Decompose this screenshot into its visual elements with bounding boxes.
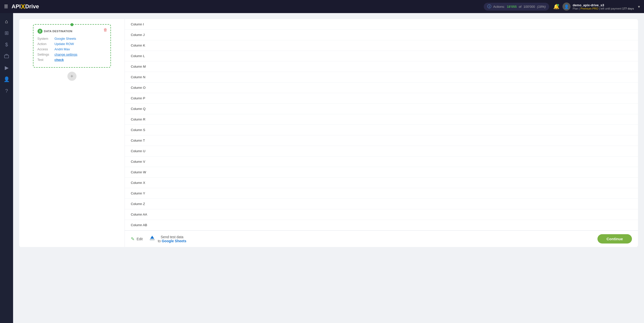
list-item: Column I [125,19,638,30]
list-item: Column AA [125,209,638,220]
list-item: Column L [125,51,638,61]
card-row-system: System Google Sheets [37,37,106,41]
workflow-area: 3 DATA DESTINATION 🗑 System Google Sheet… [19,19,638,247]
card-row-test: Test check [37,58,106,62]
sidebar-item-help[interactable]: ? [1,86,12,96]
user-name: demo_apix-drive_s3 [573,3,634,7]
sidebar-item-home[interactable]: ⌂ [1,16,12,27]
list-item: Column U [125,146,638,156]
action-value: Update ROW [55,42,74,46]
svg-marker-2 [150,236,154,239]
edit-button[interactable]: ✎ Edit [131,236,143,242]
right-panel: Column IColumn JColumn KColumn LColumn M… [125,19,638,247]
actions-total: 100'000 [524,5,535,9]
access-value: Andrii Mav [55,47,70,51]
actions-percent: (18%) [537,5,546,9]
system-value: Google Sheets [55,37,76,41]
list-item: Column Q [125,104,638,114]
card-row-access: Access Andrii Mav [37,47,106,51]
info-icon: ⓘ [487,4,491,9]
list-item: Column AB [125,220,638,230]
user-avatar: 👤 [562,3,571,11]
actions-badge: ⓘ Actions: 18'055 of 100'000 (18%) [484,3,549,11]
settings-value[interactable]: change settings [55,53,77,56]
topnav: ☰ APIXDrive ⓘ Actions: 18'055 of 100'000… [0,0,644,13]
continue-button[interactable]: Continue [597,234,632,244]
list-item: Column X [125,178,638,188]
sidebar-item-grid[interactable]: ⊞ [1,28,12,38]
card-number: 3 [37,29,43,34]
notification-dot [557,4,559,6]
user-details: demo_apix-drive_s3 Plan | Premium PRO | … [573,3,634,10]
list-item: Column S [125,125,638,135]
bottom-bar: ✎ Edit Send test data to Google Sh [125,230,638,247]
actions-of: of [519,5,521,9]
logo-api: API [12,3,21,10]
sidebar-item-profile[interactable]: 👤 [1,74,12,85]
actions-count: 18'055 [507,5,517,9]
svg-rect-1 [150,239,155,240]
card-header: 3 DATA DESTINATION [37,29,106,34]
card-title: DATA DESTINATION [44,30,72,33]
action-label: Action [37,42,53,46]
upload-icon [149,235,156,243]
sidebar: ⌂ ⊞ $ ▶ 👤 ? [0,13,13,323]
test-value[interactable]: check [55,58,64,62]
list-item: Column P [125,93,638,104]
list-item: Column O [125,83,638,93]
chevron-down-icon: ▾ [638,4,640,9]
logo-drive: Drive [25,3,39,10]
notifications-button[interactable]: 🔔 [553,4,559,10]
left-panel: 3 DATA DESTINATION 🗑 System Google Sheet… [19,19,125,247]
send-test-button[interactable]: Send test data to Google Sheets [149,235,186,243]
edit-label: Edit [137,237,143,241]
send-label: Send test data to Google Sheets [158,235,186,243]
sidebar-item-media[interactable]: ▶ [1,62,12,73]
card-row-action: Action Update ROW [37,42,106,46]
connection-dot [70,23,73,26]
main-content: 3 DATA DESTINATION 🗑 System Google Sheet… [13,13,644,323]
list-item: Column J [125,30,638,40]
sidebar-item-work[interactable] [1,51,12,61]
system-label: System [37,37,53,41]
test-label: Test [37,58,53,62]
settings-label: Settings [37,53,53,56]
list-item: Column W [125,167,638,178]
actions-label: Actions: [493,5,505,9]
logo: APIXDrive [12,3,39,11]
svg-rect-0 [5,55,9,58]
access-label: Access [37,47,53,51]
list-item: Column R [125,114,638,125]
delete-icon[interactable]: 🗑 [103,28,107,32]
card-row-settings: Settings change settings [37,53,106,56]
user-menu[interactable]: 👤 demo_apix-drive_s3 Plan | Premium PRO … [562,3,640,11]
add-step-button[interactable]: + [67,72,76,81]
user-plan: Plan | Premium PRO | left until payment … [573,7,634,10]
list-item: Column V [125,156,638,167]
columns-list: Column IColumn JColumn KColumn LColumn M… [125,19,638,230]
list-item: Column K [125,40,638,51]
list-item: Column M [125,61,638,72]
list-item: Column N [125,72,638,83]
list-item: Column Z [125,199,638,209]
sidebar-item-billing[interactable]: $ [1,39,12,50]
hamburger-menu[interactable]: ☰ [4,4,8,9]
list-item: Column Y [125,188,638,199]
logo-x: X [21,3,25,11]
list-item: Column T [125,135,638,146]
edit-icon: ✎ [131,236,135,242]
data-destination-card: 3 DATA DESTINATION 🗑 System Google Sheet… [33,24,111,68]
workflow-wrapper: 3 DATA DESTINATION 🗑 System Google Sheet… [19,19,638,247]
